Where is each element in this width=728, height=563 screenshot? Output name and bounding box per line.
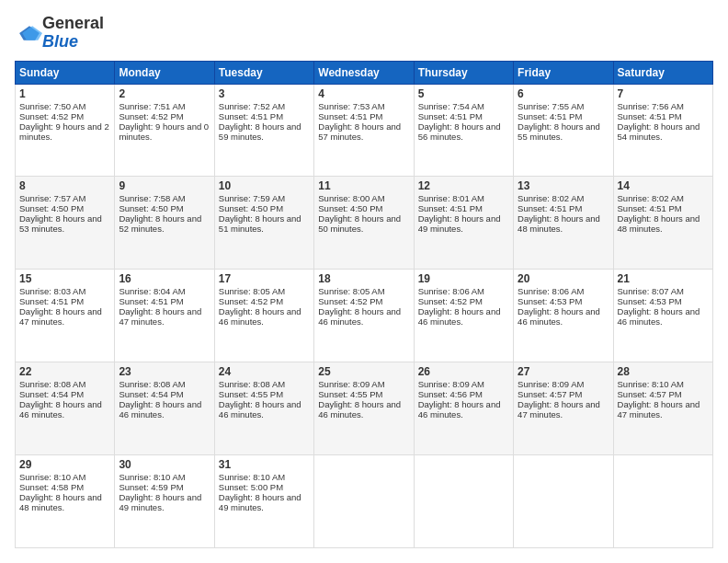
day-number: 1: [19, 87, 110, 100]
sunset-text: Sunset: 4:52 PM: [219, 296, 283, 306]
table-row: 6Sunrise: 7:55 AMSunset: 4:51 PMDaylight…: [514, 84, 613, 177]
daylight-text: Daylight: 8 hours and 53 minutes.: [19, 213, 102, 234]
day-number: 9: [119, 179, 210, 192]
calendar-week-row: 22Sunrise: 8:08 AMSunset: 4:54 PMDayligh…: [16, 362, 713, 455]
sunset-text: Sunset: 4:53 PM: [618, 296, 682, 306]
sunrise-text: Sunrise: 8:10 AM: [219, 472, 285, 482]
page-header: General Blue: [15, 15, 713, 52]
day-number: 25: [318, 365, 409, 378]
sunrise-text: Sunrise: 8:04 AM: [119, 286, 185, 296]
daylight-text: Daylight: 8 hours and 46 minutes.: [318, 399, 401, 419]
table-row: 4Sunrise: 7:53 AMSunset: 4:51 PMDaylight…: [314, 84, 414, 177]
sunset-text: Sunset: 5:00 PM: [219, 482, 283, 492]
col-wednesday: Wednesday: [314, 61, 414, 84]
daylight-text: Daylight: 8 hours and 52 minutes.: [119, 213, 201, 234]
day-number: 10: [219, 179, 310, 192]
sunrise-text: Sunrise: 8:09 AM: [318, 379, 384, 389]
daylight-text: Daylight: 8 hours and 47 minutes.: [518, 399, 600, 419]
sunset-text: Sunset: 4:50 PM: [318, 203, 382, 213]
sunrise-text: Sunrise: 7:51 AM: [119, 101, 185, 111]
sunrise-text: Sunrise: 8:01 AM: [418, 193, 484, 203]
sunset-text: Sunset: 4:51 PM: [19, 296, 84, 306]
day-number: 6: [518, 87, 609, 100]
sunrise-text: Sunrise: 8:09 AM: [518, 379, 584, 389]
sunset-text: Sunset: 4:50 PM: [119, 203, 183, 213]
sunset-text: Sunset: 4:51 PM: [418, 111, 483, 121]
table-row: 30Sunrise: 8:10 AMSunset: 4:59 PMDayligh…: [115, 455, 214, 548]
daylight-text: Daylight: 8 hours and 46 minutes.: [119, 399, 201, 419]
daylight-text: Daylight: 8 hours and 49 minutes.: [119, 492, 201, 512]
table-row: 21Sunrise: 8:07 AMSunset: 4:53 PMDayligh…: [613, 270, 712, 362]
daylight-text: Daylight: 8 hours and 46 minutes.: [219, 399, 301, 419]
calendar-week-row: 8Sunrise: 7:57 AMSunset: 4:50 PMDaylight…: [16, 177, 713, 270]
day-number: 11: [318, 179, 409, 192]
day-number: 3: [219, 87, 310, 100]
daylight-text: Daylight: 8 hours and 46 minutes.: [219, 306, 301, 327]
calendar-page: General Blue Sunday Monday Tuesday Wedne…: [0, 0, 728, 563]
day-number: 28: [618, 365, 709, 378]
table-row: 7Sunrise: 7:56 AMSunset: 4:51 PMDaylight…: [613, 84, 712, 177]
daylight-text: Daylight: 8 hours and 57 minutes.: [318, 121, 401, 142]
daylight-text: Daylight: 8 hours and 49 minutes.: [418, 213, 501, 234]
sunrise-text: Sunrise: 7:58 AM: [119, 193, 185, 203]
table-row: 28Sunrise: 8:10 AMSunset: 4:57 PMDayligh…: [613, 362, 712, 455]
sunrise-text: Sunrise: 8:08 AM: [119, 379, 185, 389]
sunset-text: Sunset: 4:50 PM: [219, 203, 283, 213]
sunrise-text: Sunrise: 8:10 AM: [119, 472, 185, 482]
sunrise-text: Sunrise: 7:50 AM: [19, 101, 85, 111]
day-number: 31: [219, 458, 310, 471]
sunset-text: Sunset: 4:55 PM: [318, 389, 382, 399]
col-thursday: Thursday: [414, 61, 513, 84]
day-number: 22: [19, 365, 110, 378]
sunrise-text: Sunrise: 7:59 AM: [219, 193, 285, 203]
daylight-text: Daylight: 8 hours and 47 minutes.: [618, 399, 700, 419]
table-row: 19Sunrise: 8:06 AMSunset: 4:52 PMDayligh…: [414, 270, 513, 362]
daylight-text: Daylight: 8 hours and 47 minutes.: [19, 306, 102, 327]
sunset-text: Sunset: 4:51 PM: [418, 203, 483, 213]
sunrise-text: Sunrise: 7:53 AM: [318, 101, 384, 111]
day-number: 27: [518, 365, 609, 378]
sunrise-text: Sunrise: 8:10 AM: [618, 379, 684, 389]
table-row: 26Sunrise: 8:09 AMSunset: 4:56 PMDayligh…: [414, 362, 513, 455]
day-number: 16: [119, 272, 210, 285]
sunrise-text: Sunrise: 8:10 AM: [19, 472, 85, 482]
sunrise-text: Sunrise: 8:06 AM: [418, 286, 484, 296]
table-row: 25Sunrise: 8:09 AMSunset: 4:55 PMDayligh…: [314, 362, 414, 455]
sunrise-text: Sunrise: 7:52 AM: [219, 101, 285, 111]
day-number: 5: [418, 87, 509, 100]
sunrise-text: Sunrise: 8:09 AM: [418, 379, 484, 389]
day-number: 8: [19, 179, 110, 192]
sunset-text: Sunset: 4:52 PM: [318, 296, 382, 306]
table-row: 18Sunrise: 8:05 AMSunset: 4:52 PMDayligh…: [314, 270, 414, 362]
sunset-text: Sunset: 4:52 PM: [19, 111, 84, 121]
table-row: 31Sunrise: 8:10 AMSunset: 5:00 PMDayligh…: [214, 455, 313, 548]
day-number: 7: [618, 87, 709, 100]
table-row: 2Sunrise: 7:51 AMSunset: 4:52 PMDaylight…: [115, 84, 214, 177]
sunset-text: Sunset: 4:50 PM: [19, 203, 84, 213]
table-row: 17Sunrise: 8:05 AMSunset: 4:52 PMDayligh…: [214, 270, 313, 362]
day-number: 17: [219, 272, 310, 285]
day-number: 13: [518, 179, 609, 192]
table-row: 14Sunrise: 8:02 AMSunset: 4:51 PMDayligh…: [613, 177, 712, 270]
day-number: 15: [19, 272, 110, 285]
table-row: 10Sunrise: 7:59 AMSunset: 4:50 PMDayligh…: [214, 177, 313, 270]
daylight-text: Daylight: 8 hours and 48 minutes.: [19, 492, 102, 512]
col-sunday: Sunday: [16, 61, 115, 84]
day-number: 18: [318, 272, 409, 285]
sunrise-text: Sunrise: 8:08 AM: [19, 379, 85, 389]
logo-general: General: [42, 14, 104, 32]
daylight-text: Daylight: 8 hours and 51 minutes.: [219, 213, 301, 234]
table-row: 8Sunrise: 7:57 AMSunset: 4:50 PMDaylight…: [16, 177, 115, 270]
logo-blue: Blue: [42, 32, 78, 51]
col-friday: Friday: [514, 61, 613, 84]
logo-icon: [17, 23, 42, 43]
sunset-text: Sunset: 4:58 PM: [19, 482, 84, 492]
table-row: 24Sunrise: 8:08 AMSunset: 4:55 PMDayligh…: [214, 362, 313, 455]
logo: General Blue: [15, 15, 104, 52]
sunset-text: Sunset: 4:51 PM: [518, 111, 582, 121]
sunrise-text: Sunrise: 8:03 AM: [19, 286, 85, 296]
sunrise-text: Sunrise: 8:00 AM: [318, 193, 384, 203]
daylight-text: Daylight: 8 hours and 49 minutes.: [219, 492, 301, 512]
calendar-week-row: 29Sunrise: 8:10 AMSunset: 4:58 PMDayligh…: [16, 455, 713, 548]
table-row: [514, 455, 613, 548]
